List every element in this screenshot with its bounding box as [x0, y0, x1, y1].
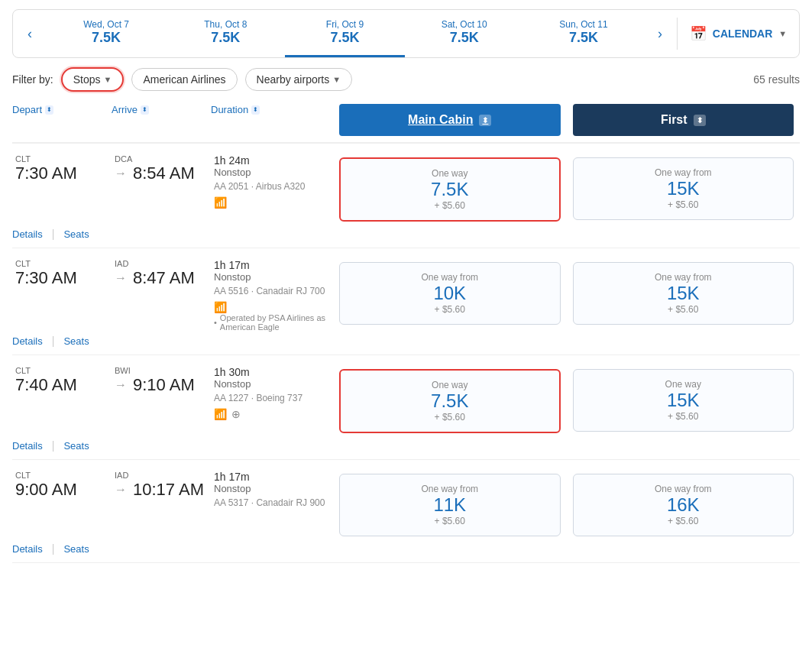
icon-row-0: 📶 — [214, 193, 330, 209]
flight-block-0: CLT 7:30 AM DCA → 8:54 AM 1h 24m Nonstop… — [12, 144, 800, 248]
flight-details-row-3: Details | Seats — [12, 542, 800, 562]
date-item-0[interactable]: Wed, Oct 7 7.5K — [47, 10, 166, 57]
arrive-code-1: IAD — [115, 259, 128, 268]
seats-link-0[interactable]: Seats — [63, 228, 89, 240]
main-cabin-price-0[interactable]: One way 7.5K + $5.60 — [339, 157, 561, 222]
main-cabin-label-0: One way — [353, 168, 547, 179]
duration-sort-icon: ⬍ — [251, 105, 260, 115]
main-cabin-label-1: One way from — [352, 272, 548, 283]
first-cell-3: One way from 16K + $5.60 — [567, 471, 801, 539]
pipe-2: | — [52, 439, 55, 452]
results-count: 65 results — [753, 73, 800, 86]
first-label-1: One way from — [586, 272, 781, 283]
date-item-4[interactable]: Sun, Oct 11 7.5K — [524, 10, 643, 57]
pipe-3: | — [52, 542, 55, 555]
date-price-4: 7.5K — [530, 30, 637, 46]
flight-block-2: CLT 7:40 AM BWI → 9:10 AM 1h 30m Nonstop… — [12, 355, 800, 460]
duration-column-header[interactable]: Duration ⬍ — [211, 104, 333, 115]
details-link-0[interactable]: Details — [12, 228, 43, 240]
first-value-2: 15K — [586, 390, 781, 411]
seats-link-3[interactable]: Seats — [63, 543, 89, 555]
first-value-0: 15K — [586, 178, 781, 199]
arrive-column-header[interactable]: Arrive ⬍ — [112, 104, 211, 115]
first-value-1: 15K — [586, 283, 781, 304]
depart-code-1: CLT — [15, 259, 108, 268]
main-cabin-label-3: One way from — [352, 484, 548, 494]
date-item-3[interactable]: Sat, Oct 10 7.5K — [405, 10, 524, 57]
first-price-3[interactable]: One way from 16K + $5.60 — [573, 474, 794, 536]
arrive-sort-icon: ⬍ — [141, 105, 149, 115]
first-label-3: One way from — [586, 484, 781, 494]
airports-filter-button[interactable]: Nearby airports ▼ — [245, 68, 353, 91]
flight-info-2: AA 1227 · Boeing 737 — [214, 393, 330, 403]
flight-row-0: CLT 7:30 AM DCA → 8:54 AM 1h 24m Nonstop… — [12, 144, 800, 228]
details-link-1[interactable]: Details — [12, 335, 43, 347]
date-label-0: Wed, Oct 7 — [53, 19, 160, 30]
arrive-time-0: 8:54 AM — [133, 164, 195, 183]
first-fee-3: + $5.60 — [586, 516, 781, 526]
stops-0: Nonstop — [214, 167, 330, 178]
first-price-2[interactable]: One way 15K + $5.60 — [573, 369, 794, 432]
main-cabin-price-1[interactable]: One way from 10K + $5.60 — [339, 262, 561, 325]
depart-time-1: 7:30 AM — [15, 268, 108, 288]
stops-filter-button[interactable]: Stops ▼ — [61, 67, 125, 92]
first-fee-2: + $5.60 — [586, 411, 781, 422]
main-cabin-value-3: 11K — [352, 494, 548, 516]
arrive-col-2: BWI → 9:10 AM — [112, 366, 211, 395]
details-link-3[interactable]: Details — [12, 543, 43, 555]
arrow-icon-2: → — [115, 378, 127, 392]
date-navigation: ‹ Wed, Oct 7 7.5K Thu, Oct 8 7.5K Fri, O… — [12, 9, 800, 58]
depart-code-3: CLT — [15, 471, 108, 480]
pipe-0: | — [52, 228, 55, 240]
seats-link-2[interactable]: Seats — [63, 440, 89, 452]
main-cabin-fee-1: + $5.60 — [352, 304, 548, 315]
depart-code-2: CLT — [15, 366, 108, 375]
first-price-0[interactable]: One way from 15K + $5.60 — [573, 157, 794, 220]
depart-time-0: 7:30 AM — [15, 164, 108, 183]
next-date-arrow[interactable]: › — [643, 18, 677, 50]
main-cabin-price-3[interactable]: One way from 11K + $5.60 — [339, 474, 561, 536]
first-cell-2: One way 15K + $5.60 — [567, 366, 801, 435]
details-link-2[interactable]: Details — [12, 440, 43, 452]
flights-list: CLT 7:30 AM DCA → 8:54 AM 1h 24m Nonstop… — [12, 144, 800, 563]
flight-info-1: AA 5516 · Canadair RJ 700 — [214, 286, 330, 296]
stops-chevron-icon: ▼ — [104, 75, 112, 84]
wifi-icon: 📶 — [214, 408, 227, 420]
depart-column-header[interactable]: Depart ⬍ — [12, 104, 112, 115]
prev-date-arrow[interactable]: ‹ — [13, 18, 47, 50]
first-cabin-header[interactable]: First ⬍ — [573, 104, 794, 136]
flight-row-1: CLT 7:30 AM IAD → 8:47 AM 1h 17m Nonstop… — [12, 248, 800, 335]
date-label-1: Thu, Oct 8 — [172, 19, 279, 30]
stops-filter-label: Stops — [73, 73, 101, 86]
icon-row-1: 📶 — [214, 298, 330, 313]
main-cabin-cell-3: One way from 11K + $5.60 — [333, 471, 567, 539]
main-cabin-header[interactable]: Main Cabin ⬍ — [339, 104, 561, 136]
calendar-chevron-icon: ▼ — [778, 29, 787, 38]
date-item-1[interactable]: Thu, Oct 8 7.5K — [166, 10, 285, 57]
duration-text-2: 1h 30m — [214, 366, 330, 378]
arrive-time-3: 10:17 AM — [133, 480, 204, 500]
wifi-icon: 📶 — [214, 196, 227, 209]
airline-filter-button[interactable]: American Airlines — [131, 68, 237, 91]
arrive-time-2: 9:10 AM — [133, 375, 195, 395]
airline-filter-label: American Airlines — [143, 73, 225, 86]
filter-label: Filter by: — [12, 73, 53, 86]
first-price-1[interactable]: One way from 15K + $5.60 — [573, 262, 794, 325]
duration-col-3: 1h 17m Nonstop AA 5317 · Canadair RJ 900 — [211, 471, 333, 510]
main-cabin-price-2[interactable]: One way 7.5K + $5.60 — [339, 369, 561, 433]
duration-col-2: 1h 30m Nonstop AA 1227 · Boeing 737 📶⊕ — [211, 366, 333, 420]
depart-col-3: CLT 9:00 AM — [12, 471, 112, 500]
arrive-col-0: DCA → 8:54 AM — [112, 154, 211, 183]
date-price-1: 7.5K — [172, 30, 279, 46]
calendar-button[interactable]: 📅 CALENDAR ▼ — [677, 18, 799, 50]
first-label-2: One way — [586, 379, 781, 390]
airports-filter-label: Nearby airports — [257, 73, 330, 86]
arrow-icon-0: → — [115, 167, 127, 180]
first-cell-1: One way from 15K + $5.60 — [567, 259, 801, 328]
main-cabin-fee-0: + $5.60 — [353, 200, 547, 211]
seats-link-1[interactable]: Seats — [63, 335, 89, 347]
duration-col-0: 1h 24m Nonstop AA 2051 · Airbus A320 📶 — [211, 154, 333, 209]
duration-text-0: 1h 24m — [214, 154, 330, 167]
date-item-2[interactable]: Fri, Oct 9 7.5K — [285, 10, 404, 57]
arrive-col-1: IAD → 8:47 AM — [112, 259, 211, 288]
